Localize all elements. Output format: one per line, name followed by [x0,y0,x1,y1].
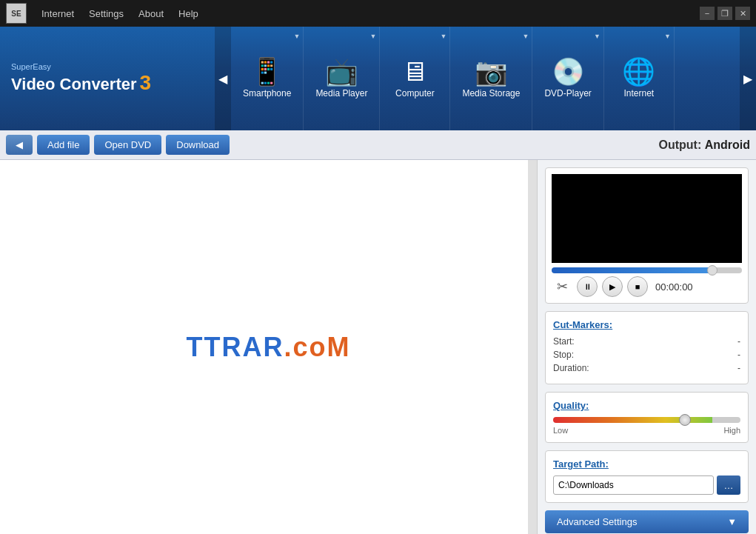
tab-internet[interactable]: 🌐 Internet ▼ [604,27,675,130]
stop-button[interactable]: ■ [627,276,648,297]
toolbar: ◀ Add file Open DVD Download Output: And… [0,130,756,160]
watermark-dot: . [284,332,292,362]
smartphone-icon: 📱 [250,59,284,85]
cut-stop-row: Stop: - [553,350,740,360]
title-bar: SE Internet Settings About Help − ❐ ✕ [0,0,756,27]
advanced-settings-label: Advanced Settings [557,516,637,527]
quality-slider[interactable] [553,417,740,423]
back-button[interactable]: ◀ [6,135,33,155]
mediastorage-icon: 📷 [475,59,508,85]
tab-media-storage[interactable]: 📷 Media Storage ▼ [450,27,532,130]
scrollbar[interactable] [528,160,537,534]
tab-smartphone[interactable]: 📱 Smartphone ▼ [231,27,304,130]
main-content: TTRAR.coM ✂ ⏸ ▶ ■ 00:00:00 Cut-Markers: … [0,160,756,534]
quality-thumb[interactable] [679,414,691,426]
preview-section: ✂ ⏸ ▶ ■ 00:00:00 [545,167,749,304]
header: SuperEasy Video Converter 3 ◀ 📱 Smartpho… [0,27,756,130]
cut-markers-section: Cut-Markers: Start: - Stop: - Duration: … [545,311,749,384]
cut-stop-label: Stop: [553,350,574,360]
advanced-settings-dropdown-icon: ▼ [727,516,737,527]
tab-smartphone-label: Smartphone [243,88,291,99]
file-list[interactable]: TTRAR.coM [0,160,538,534]
menu-internet[interactable]: Internet [36,5,80,22]
right-panel: ✂ ⏸ ▶ ■ 00:00:00 Cut-Markers: Start: - S… [538,160,756,534]
logo-supereasy: SuperEasy [11,62,151,71]
logo-area: SuperEasy Video Converter 3 [0,27,215,130]
mediaplayer-icon: 📺 [325,59,358,85]
target-path-input[interactable] [553,475,714,495]
cut-stop-value: - [737,350,740,360]
watermark-com: coM [293,332,351,362]
quality-labels: Low High [553,426,740,435]
download-button[interactable]: Download [166,135,230,155]
app-logo: SE [6,3,27,24]
tab-computer[interactable]: 🖥 Computer ▼ [380,27,450,130]
pause-button[interactable]: ⏸ [577,276,598,297]
mediaplayer-dropdown-icon[interactable]: ▼ [369,33,376,40]
watermark-rar: RAR [221,332,284,362]
menu-help[interactable]: Help [173,5,204,22]
advanced-settings-button[interactable]: Advanced Settings ▼ [545,510,749,533]
internet-icon: 🌐 [622,59,655,85]
logo-app-name: Video Converter [11,75,137,94]
play-button[interactable]: ▶ [602,276,623,297]
computer-dropdown-icon[interactable]: ▼ [440,33,446,40]
menu-about[interactable]: About [133,5,170,22]
tab-dvdplayer-label: DVD-Player [544,88,591,99]
quality-high-label: High [723,426,740,435]
open-dvd-button[interactable]: Open DVD [94,135,161,155]
cut-start-row: Start: - [553,336,740,347]
restore-button[interactable]: ❐ [717,7,732,20]
tab-internet-label: Internet [623,88,654,99]
output-label: Output: Android [658,138,750,152]
menu-bar: Internet Settings About Help [36,5,691,22]
logo-version: 3 [140,71,152,95]
quality-section: Quality: Low High [545,392,749,443]
watermark-tt: TT [187,332,222,362]
cut-markers-title: Cut-Markers: [553,319,740,330]
menu-settings[interactable]: Settings [83,5,130,22]
dvdplayer-dropdown-icon[interactable]: ▼ [594,33,601,40]
playback-bar[interactable] [552,267,742,273]
nav-left-button[interactable]: ◀ [215,27,231,130]
device-tabs: 📱 Smartphone ▼ 📺 Media Player ▼ 🖥 Comput… [231,27,740,130]
cut-start-label: Start: [553,336,575,347]
browse-button[interactable]: … [717,475,740,495]
watermark: TTRAR.coM [187,332,351,363]
cut-duration-value: - [737,363,740,373]
close-button[interactable]: ✕ [735,7,750,20]
tab-computer-label: Computer [395,88,435,99]
playback-thumb[interactable] [707,265,717,276]
dvd-icon: 💿 [552,59,585,85]
tab-dvd-player[interactable]: 💿 DVD-Player ▼ [532,27,603,130]
mediastorage-dropdown-icon[interactable]: ▼ [523,33,529,40]
target-path-section: Target Path: … [545,450,749,503]
window-controls: − ❐ ✕ [700,7,750,20]
internet-dropdown-icon[interactable]: ▼ [664,33,671,40]
smartphone-dropdown-icon[interactable]: ▼ [293,33,300,40]
tab-mediastorage-label: Media Storage [462,88,520,99]
time-display: 00:00:00 [655,281,693,293]
target-path-title: Target Path: [553,458,740,470]
tab-media-player[interactable]: 📺 Media Player ▼ [304,27,380,130]
quality-low-label: Low [553,426,568,435]
cut-duration-row: Duration: - [553,363,740,373]
quality-title: Quality: [553,400,740,411]
computer-icon: 🖥 [401,59,428,85]
cut-start-value: - [737,336,740,347]
add-file-button[interactable]: Add file [37,135,90,155]
video-preview [552,174,742,263]
tab-mediaplayer-label: Media Player [315,88,367,99]
minimize-button[interactable]: − [700,7,715,20]
cut-duration-label: Duration: [553,363,589,373]
nav-right-button[interactable]: ▶ [740,27,756,130]
target-path-row: … [553,475,740,495]
playback-controls: ✂ ⏸ ▶ ■ 00:00:00 [552,276,742,297]
app-logo-text: SuperEasy Video Converter 3 [11,62,151,95]
scissors-button[interactable]: ✂ [552,276,572,297]
